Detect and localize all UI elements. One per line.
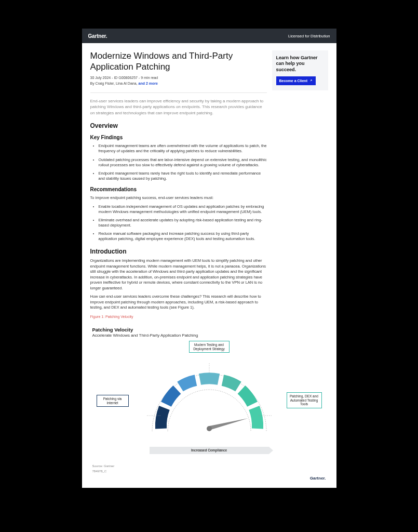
key-findings-heading: Key Findings [90, 135, 267, 140]
overview-heading: Overview [90, 122, 267, 129]
gauge-needle [207, 418, 248, 431]
introduction-heading: Introduction [90, 248, 267, 255]
figure-brand: Gartner. [92, 476, 326, 481]
byline-authors: By Craig Fisler, Lina Al Dana, [90, 82, 139, 85]
cta-box: Learn how Gartner can help you succeed. … [272, 50, 328, 90]
intro-paragraph-1: Organizations are implementing modern ma… [90, 258, 267, 291]
article-meta: 30 July 2024 - ID G00806257 - 9 min read [90, 76, 267, 79]
list-item: Eliminate overhead and accelerate update… [99, 218, 267, 228]
byline-more-link[interactable]: and 2 more [139, 82, 158, 85]
byline: By Craig Fisler, Lina Al Dana, and 2 mor… [90, 82, 267, 85]
external-link-icon [309, 79, 313, 82]
recommendations-list: Enable location-independent management o… [90, 204, 267, 242]
intro-paragraph-2: How can end-user services leaders overco… [90, 294, 267, 311]
brand-logo: Gartner. [88, 33, 107, 39]
top-bar: Gartner. Licensed for Distribution [82, 29, 336, 43]
figure-title: Patching Velocity [92, 327, 326, 332]
list-item: Enable location-independent management o… [99, 204, 267, 215]
gauge-chart: Patching via Internet Modern Testing and… [92, 338, 326, 462]
figure-1: Patching Velocity Accelerate Windows and… [90, 323, 328, 483]
compliance-axis: Increased Compliance [150, 447, 269, 454]
main-column: Modernize Windows and Third-Party Applic… [90, 50, 267, 318]
summary-text: End-user services leaders can improve ef… [90, 98, 267, 116]
figure-subtitle: Accelerate Windows and Third-Party Appli… [92, 333, 326, 338]
figure-caption: Figure 1: Patching Velocity [90, 315, 267, 318]
callout-top: Modern Testing and Deployment Strategy [189, 341, 230, 353]
cta-button-label: Become a Client [279, 79, 307, 83]
recommendations-heading: Recommendations [90, 187, 267, 192]
document-page: Gartner. Licensed for Distribution Learn… [82, 29, 336, 488]
content-area: Learn how Gartner can help you succeed. … [82, 43, 336, 488]
compliance-label: Increased Compliance [191, 448, 227, 452]
list-item: Endpoint management teams rarely have th… [99, 171, 267, 181]
svg-point-1 [207, 426, 212, 431]
gauge-svg [131, 338, 287, 447]
svg-marker-0 [209, 418, 248, 430]
cta-title: Learn how Gartner can help you succeed. [276, 55, 324, 73]
callout-left: Patching via Internet [97, 395, 129, 407]
callout-right: Patching, DEX and Automated Testing Tool… [287, 392, 322, 408]
key-findings-list: Endpoint management teams are often over… [90, 143, 267, 181]
list-item: Endpoint management teams are often over… [99, 143, 267, 154]
page-title: Modernize Windows and Third-Party Applic… [90, 50, 267, 73]
list-item: Outdated patching processes that are lab… [99, 157, 267, 168]
become-client-button[interactable]: Become a Client [276, 76, 316, 85]
list-item: Reduce manual software packaging and inc… [99, 231, 267, 242]
figure-source-id: 784978_C [92, 470, 326, 473]
figure-source: Source: Gartner [92, 464, 326, 468]
license-label: Licensed for Distribution [288, 34, 330, 38]
divider [90, 92, 267, 93]
recommendations-intro: To improve endpoint patching success, en… [90, 195, 267, 201]
